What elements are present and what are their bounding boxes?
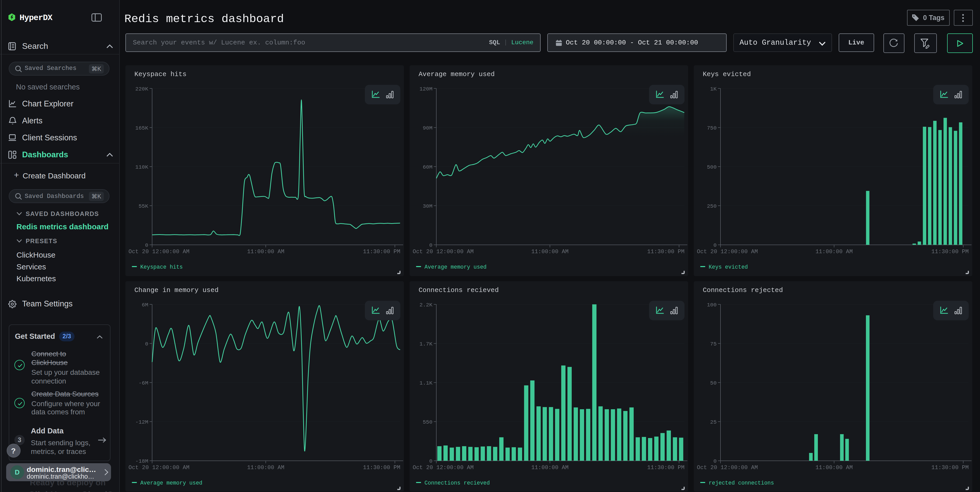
svg-text:Connections recieved: Connections recieved — [424, 480, 490, 486]
svg-text:-6M: -6M — [138, 380, 148, 386]
svg-text:11:00:00 AM: 11:00:00 AM — [815, 248, 853, 255]
svg-text:11:00:00 AM: 11:00:00 AM — [531, 465, 568, 471]
svg-text:550: 550 — [422, 419, 432, 425]
svg-text:0: 0 — [145, 341, 148, 347]
svg-text:250: 250 — [706, 203, 716, 209]
svg-text:rejected connections: rejected connections — [708, 480, 774, 486]
svg-text:11:00:00 AM: 11:00:00 AM — [531, 248, 568, 255]
svg-text:50: 50 — [710, 380, 716, 386]
svg-text:Oct 20 12:00:00 AM: Oct 20 12:00:00 AM — [128, 465, 189, 471]
svg-text:0: 0 — [145, 243, 148, 248]
svg-text:11:30:00 PM: 11:30:00 PM — [647, 465, 684, 471]
svg-text:25: 25 — [710, 419, 716, 425]
svg-text:90M: 90M — [422, 125, 432, 131]
svg-text:0: 0 — [429, 243, 432, 248]
svg-text:Average memory used: Average memory used — [424, 264, 487, 270]
svg-text:Keys evicted: Keys evicted — [708, 264, 748, 270]
svg-text:30M: 30M — [422, 203, 432, 209]
svg-text:11:30:00 PM: 11:30:00 PM — [931, 465, 969, 471]
svg-text:-18M: -18M — [135, 459, 148, 464]
svg-text:55K: 55K — [138, 203, 148, 209]
svg-text:11:00:00 AM: 11:00:00 AM — [815, 465, 853, 471]
svg-text:11:30:00 PM: 11:30:00 PM — [931, 248, 969, 255]
svg-text:6M: 6M — [142, 302, 148, 308]
svg-text:165K: 165K — [135, 125, 148, 131]
svg-text:Oct 20 12:00:00 AM: Oct 20 12:00:00 AM — [412, 465, 473, 471]
svg-text:Keyspace hits: Keyspace hits — [140, 264, 183, 270]
svg-text:Oct 20 12:00:00 AM: Oct 20 12:00:00 AM — [128, 248, 189, 255]
svg-text:0: 0 — [429, 459, 432, 464]
svg-text:75: 75 — [710, 341, 716, 347]
svg-text:11:30:00 PM: 11:30:00 PM — [363, 465, 400, 471]
svg-text:1K: 1K — [710, 86, 717, 92]
svg-text:11:00:00 AM: 11:00:00 AM — [247, 248, 284, 255]
svg-text:750: 750 — [706, 125, 716, 131]
svg-text:110K: 110K — [135, 164, 148, 170]
svg-text:Average memory used: Average memory used — [140, 480, 202, 486]
svg-text:Oct 20 12:00:00 AM: Oct 20 12:00:00 AM — [697, 465, 757, 471]
svg-text:0: 0 — [713, 459, 716, 464]
svg-text:0: 0 — [713, 243, 716, 248]
svg-text:11:00:00 AM: 11:00:00 AM — [247, 465, 284, 471]
svg-text:Oct 20 12:00:00 AM: Oct 20 12:00:00 AM — [697, 248, 757, 255]
svg-text:1.1K: 1.1K — [419, 380, 433, 386]
svg-text:Oct 20 12:00:00 AM: Oct 20 12:00:00 AM — [412, 248, 473, 255]
svg-text:60M: 60M — [422, 164, 432, 170]
svg-text:120M: 120M — [419, 86, 432, 92]
svg-text:11:30:00 PM: 11:30:00 PM — [363, 248, 400, 255]
svg-text:11:30:00 PM: 11:30:00 PM — [647, 248, 684, 255]
svg-text:100: 100 — [706, 302, 716, 308]
svg-text:220K: 220K — [135, 86, 148, 92]
svg-text:-12M: -12M — [135, 419, 148, 425]
svg-text:500: 500 — [706, 164, 716, 170]
svg-text:1.7K: 1.7K — [419, 341, 433, 347]
svg-text:2.2K: 2.2K — [419, 302, 433, 308]
